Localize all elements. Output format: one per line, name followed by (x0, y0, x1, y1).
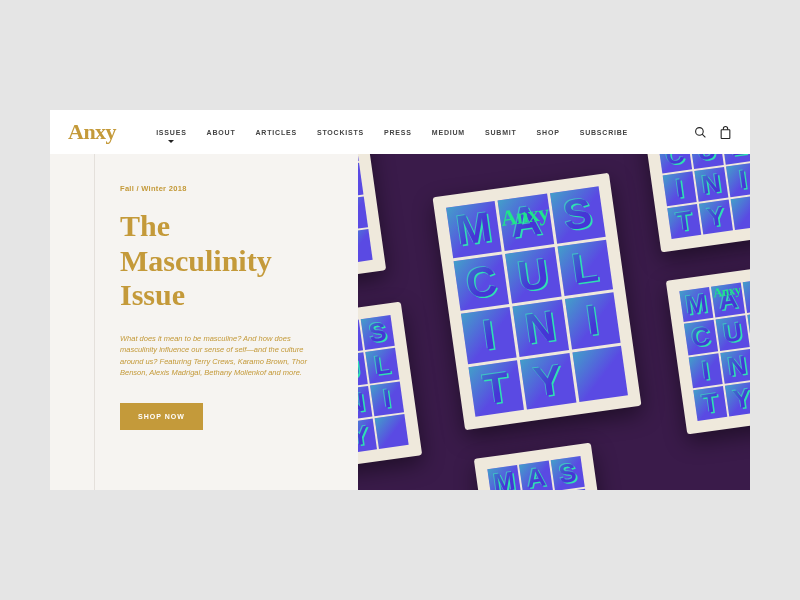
nav-item-subscribe[interactable]: SUBSCRIBE (580, 129, 628, 136)
site-header: Anxy ISSUES ABOUT ARTICLES STOCKISTS PRE… (50, 110, 750, 154)
nav-item-stockists[interactable]: STOCKISTS (317, 129, 364, 136)
hero-content: Fall / Winter 2018 The Masculinity Issue… (50, 154, 358, 490)
magazine-cover-tile: Anxy MAS CUL INI TY (640, 154, 750, 252)
magazine-cover-main: Anxy MAS CUL INI TY (433, 173, 642, 430)
nav-item-articles[interactable]: ARTICLES (256, 129, 297, 136)
magazine-cover-tile: MAS CUL INI TY (358, 302, 422, 472)
magazine-cover-tile: MAS CUL INI TY (358, 154, 386, 286)
nav-item-about[interactable]: ABOUT (207, 129, 236, 136)
hero-description: What does it mean to be masculine? And h… (120, 333, 310, 380)
nav-item-medium[interactable]: MEDIUM (432, 129, 465, 136)
primary-nav: ISSUES ABOUT ARTICLES STOCKISTS PRESS ME… (156, 129, 684, 136)
cover-letter-grid: MAS CUL INI TY (358, 315, 409, 458)
brand-logo[interactable]: Anxy (68, 119, 116, 145)
nav-item-issues[interactable]: ISSUES (156, 129, 186, 136)
nav-item-press[interactable]: PRESS (384, 129, 412, 136)
cover-letter-grid: MAS CUL INI TY (358, 154, 373, 273)
cover-letter-grid: MAS CUL INI TY (487, 456, 598, 490)
magazine-cover-tile: Anxy MAS CUL INI TY (666, 265, 750, 435)
hero: Fall / Winter 2018 The Masculinity Issue… (50, 154, 750, 490)
magazine-cover-tile: MAS CUL INI TY (474, 443, 612, 490)
hero-eyebrow: Fall / Winter 2018 (120, 184, 328, 193)
bag-icon[interactable] (719, 125, 732, 140)
shop-now-button[interactable]: SHOP NOW (120, 403, 203, 430)
page: Anxy ISSUES ABOUT ARTICLES STOCKISTS PRE… (50, 110, 750, 490)
svg-line-1 (702, 134, 705, 137)
svg-point-0 (696, 127, 704, 135)
cover-letter-grid: MAS CUL INI TY (653, 154, 750, 239)
svg-rect-2 (721, 129, 730, 138)
search-icon[interactable] (694, 126, 707, 139)
hero-title: The Masculinity Issue (120, 209, 328, 313)
header-icon-group (694, 125, 732, 140)
hero-artwork: MAS CUL INI TY Anxy MAS CUL INI TY Anxy (358, 154, 750, 490)
nav-item-shop[interactable]: SHOP (537, 129, 560, 136)
nav-item-submit[interactable]: SUBMIT (485, 129, 517, 136)
